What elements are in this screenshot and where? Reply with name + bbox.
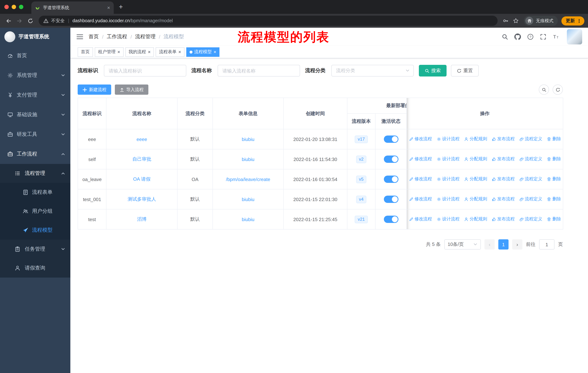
- sidebar-item-process-model[interactable]: 流程模型: [0, 221, 70, 240]
- breadcrumb-item[interactable]: 首页: [89, 33, 99, 40]
- breadcrumb-item[interactable]: 流程管理: [135, 33, 156, 40]
- publish-process-link[interactable]: 发布流程: [492, 216, 515, 222]
- active-toggle[interactable]: [384, 216, 398, 223]
- browser-update-button[interactable]: 更新 ⋮: [561, 16, 584, 25]
- address-bar[interactable]: 不安全 | dashboard.yudao.iocoder.cn/bpm/man…: [39, 16, 498, 26]
- incognito-badge[interactable]: 无痕模式: [524, 16, 558, 26]
- app-logo[interactable]: 芋道管理系统: [0, 28, 70, 46]
- close-icon[interactable]: ×: [178, 50, 181, 54]
- import-process-button[interactable]: 导入流程: [115, 84, 148, 95]
- close-window-button[interactable]: [4, 5, 9, 9]
- form-info-link[interactable]: biubiu: [242, 197, 254, 202]
- edit-process-link[interactable]: 修改流程: [409, 176, 432, 182]
- close-icon[interactable]: ×: [117, 50, 120, 54]
- design-process-link[interactable]: 设计流程: [437, 176, 460, 182]
- design-process-link[interactable]: 设计流程: [437, 156, 460, 162]
- process-definition-link[interactable]: 流程定义: [519, 156, 542, 162]
- fullscreen-icon[interactable]: [540, 33, 546, 40]
- sidebar-item-home[interactable]: 首页: [0, 46, 70, 66]
- goto-page-input[interactable]: [539, 239, 555, 250]
- close-icon[interactable]: ×: [148, 50, 151, 54]
- assign-rule-link[interactable]: 分配规则: [464, 136, 487, 142]
- process-id-input[interactable]: [104, 65, 186, 77]
- bookmark-star-icon[interactable]: [511, 16, 520, 25]
- delete-link[interactable]: 删除: [547, 216, 561, 222]
- security-warning-icon[interactable]: [43, 18, 49, 23]
- reload-icon[interactable]: [26, 16, 35, 26]
- delete-link[interactable]: 删除: [547, 156, 561, 162]
- search-button[interactable]: 搜索: [419, 65, 447, 77]
- sidebar-item-payment[interactable]: 支付管理: [0, 85, 70, 105]
- delete-link[interactable]: 删除: [547, 136, 561, 142]
- next-page-button[interactable]: ›: [512, 239, 522, 250]
- design-process-link[interactable]: 设计流程: [437, 196, 460, 202]
- tab-tag-my-process[interactable]: 我的流程 ×: [125, 47, 154, 57]
- github-icon[interactable]: [514, 33, 521, 40]
- tab-tag-process-form[interactable]: 流程表单 ×: [156, 47, 184, 57]
- browser-tab[interactable]: 芋道管理系统 ×: [31, 1, 114, 14]
- forward-icon[interactable]: [15, 16, 24, 26]
- tab-tag-home[interactable]: 首页: [78, 47, 93, 57]
- delete-link[interactable]: 删除: [547, 176, 561, 182]
- active-toggle[interactable]: [384, 196, 398, 203]
- help-icon[interactable]: ?: [527, 33, 534, 40]
- version-badge[interactable]: v4: [356, 195, 366, 203]
- sidebar-item-infrastructure[interactable]: 基础设施: [0, 105, 70, 125]
- assign-rule-link[interactable]: 分配规则: [464, 216, 487, 222]
- toggle-search-button[interactable]: [539, 84, 549, 95]
- design-process-link[interactable]: 设计流程: [437, 136, 460, 142]
- sidebar-item-workflow[interactable]: 工作流程: [0, 144, 70, 164]
- breadcrumb-item[interactable]: 工作流程: [107, 33, 127, 40]
- close-icon[interactable]: ×: [214, 50, 216, 54]
- process-name-input[interactable]: [218, 65, 300, 77]
- new-tab-button[interactable]: +: [119, 3, 123, 11]
- version-badge[interactable]: v2: [356, 155, 366, 163]
- back-icon[interactable]: [4, 16, 13, 26]
- edit-process-link[interactable]: 修改流程: [409, 136, 432, 142]
- sidebar-item-process-mgmt[interactable]: 流程管理: [0, 164, 70, 183]
- reset-button[interactable]: 重置: [451, 65, 479, 77]
- delete-link[interactable]: 删除: [547, 196, 561, 202]
- password-key-icon[interactable]: [501, 16, 510, 25]
- sidebar-item-user-group[interactable]: 用户分组: [0, 202, 70, 221]
- assign-rule-link[interactable]: 分配规则: [464, 156, 487, 162]
- process-definition-link[interactable]: 流程定义: [519, 216, 542, 222]
- publish-process-link[interactable]: 发布流程: [492, 156, 515, 162]
- process-name-link[interactable]: eeee: [136, 136, 147, 142]
- publish-process-link[interactable]: 发布流程: [492, 136, 515, 142]
- version-badge[interactable]: v5: [356, 175, 366, 183]
- form-info-link[interactable]: biubiu: [242, 136, 254, 142]
- prev-page-button[interactable]: ‹: [484, 239, 495, 250]
- form-info-link[interactable]: biubiu: [242, 217, 254, 222]
- assign-rule-link[interactable]: 分配规则: [464, 196, 487, 202]
- form-info-link[interactable]: biubiu: [242, 156, 254, 162]
- process-definition-link[interactable]: 流程定义: [519, 136, 542, 142]
- process-name-link[interactable]: 滔博: [137, 216, 147, 222]
- active-toggle[interactable]: [384, 176, 398, 183]
- tab-tag-process-model[interactable]: 流程模型 ×: [186, 47, 220, 57]
- category-select[interactable]: 流程分类: [331, 65, 414, 77]
- process-name-link[interactable]: 测试多审批人: [128, 196, 156, 202]
- browser-menu-icon[interactable]: ⋮: [577, 18, 581, 23]
- publish-process-link[interactable]: 发布流程: [492, 196, 515, 202]
- active-toggle[interactable]: [384, 135, 398, 143]
- hamburger-icon[interactable]: [76, 33, 84, 40]
- process-name-link[interactable]: 自己审批: [132, 156, 151, 162]
- page-size-select[interactable]: 10条/页: [444, 239, 481, 250]
- page-number-button[interactable]: 1: [498, 239, 509, 250]
- tab-close-icon[interactable]: ×: [107, 5, 110, 10]
- zoom-window-button[interactable]: [19, 5, 23, 9]
- sidebar-item-system[interactable]: 系统管理: [0, 66, 70, 85]
- tab-tag-tenant[interactable]: 租户管理 ×: [95, 47, 123, 57]
- version-badge[interactable]: v17: [355, 135, 368, 143]
- sidebar-item-devtools[interactable]: 研发工具: [0, 125, 70, 144]
- active-toggle[interactable]: [384, 156, 398, 163]
- edit-process-link[interactable]: 修改流程: [409, 156, 432, 162]
- assign-rule-link[interactable]: 分配规则: [464, 176, 487, 182]
- edit-process-link[interactable]: 修改流程: [409, 196, 432, 202]
- sidebar-item-process-form[interactable]: 流程表单: [0, 183, 70, 202]
- publish-process-link[interactable]: 发布流程: [492, 176, 515, 182]
- design-process-link[interactable]: 设计流程: [437, 216, 460, 222]
- minimize-window-button[interactable]: [12, 5, 16, 9]
- process-definition-link[interactable]: 流程定义: [519, 176, 542, 182]
